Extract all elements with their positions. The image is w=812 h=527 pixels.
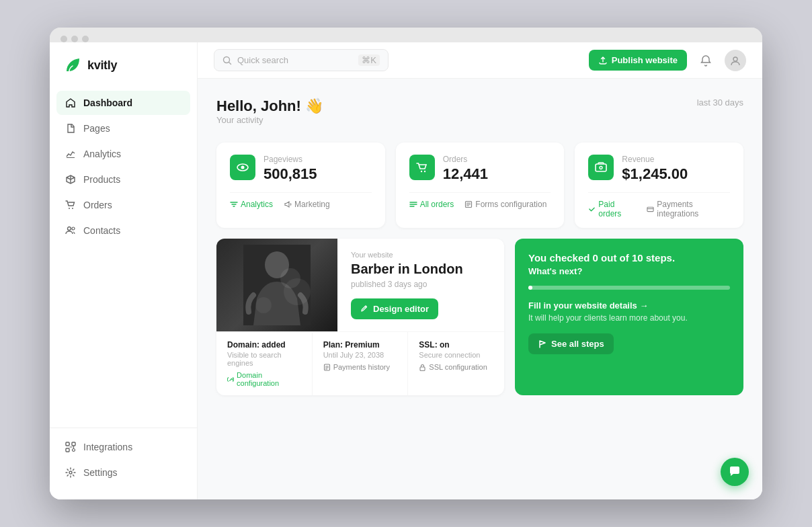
pencil-icon <box>360 305 369 313</box>
period-label: last 30 days <box>697 97 743 108</box>
svg-rect-17 <box>596 164 606 171</box>
lower-row: Your website Barber in London published … <box>216 239 743 395</box>
website-published: published 3 days ago <box>351 280 463 289</box>
filter-icon <box>230 200 238 208</box>
sidebar-item-products[interactable]: Products <box>56 167 190 192</box>
sidebar-item-integrations[interactable]: Integrations <box>56 435 190 459</box>
sidebar-item-pages-label: Pages <box>83 123 110 134</box>
website-image <box>216 239 337 331</box>
svg-point-13 <box>241 166 245 169</box>
sidebar-item-analytics-label: Analytics <box>83 149 121 159</box>
topbar-right: Publish website <box>589 50 746 71</box>
forms-link[interactable]: Forms configuration <box>464 200 546 209</box>
website-subtitle: Your website <box>351 251 463 259</box>
marketing-link[interactable]: Marketing <box>284 200 330 209</box>
logo-icon <box>63 56 82 75</box>
publish-label: Publish website <box>612 55 678 65</box>
publish-button[interactable]: Publish website <box>589 50 687 71</box>
home-icon <box>65 97 77 109</box>
link-icon <box>227 376 234 383</box>
website-card: Your website Barber in London published … <box>216 239 504 395</box>
sidebar-item-pages[interactable]: Pages <box>56 116 190 140</box>
svg-point-14 <box>420 171 421 172</box>
website-image-placeholder <box>216 239 337 331</box>
svg-rect-26 <box>420 367 425 371</box>
payments-history-link[interactable]: Payments history <box>323 363 397 371</box>
svg-point-2 <box>72 208 73 209</box>
orders-icon-box <box>409 155 435 180</box>
sidebar-item-orders[interactable]: Orders <box>56 193 190 217</box>
receipt-icon <box>323 364 331 371</box>
eye-icon <box>236 161 249 174</box>
sidebar-item-analytics[interactable]: Analytics <box>56 142 190 166</box>
money-icon <box>594 161 608 174</box>
barber-image-svg <box>243 245 311 325</box>
domain-config-link[interactable]: Domain configuration <box>227 371 301 387</box>
cart-stat-icon <box>415 161 429 174</box>
logo: kvitly <box>50 42 197 91</box>
progress-bar-bg <box>528 286 730 290</box>
domain-subtitle: Visible to search engines <box>227 351 301 367</box>
main-area: Quick search ⌘K Publish website <box>198 42 762 499</box>
box-icon <box>65 173 77 186</box>
design-editor-label: Design editor <box>373 304 429 314</box>
plan-title: Plan: Premium <box>323 340 397 350</box>
paid-orders-link[interactable]: Paid orders <box>588 200 636 218</box>
svg-point-18 <box>600 167 602 169</box>
main-nav: Dashboard Pages <box>50 91 197 428</box>
orders-label: Orders <box>443 155 488 164</box>
svg-point-23 <box>284 278 311 305</box>
sidebar-item-integrations-label: Integrations <box>83 442 132 452</box>
topbar: Quick search ⌘K Publish website <box>198 42 762 79</box>
stat-card-revenue: Revenue $1,245.00 Paid orders <box>575 143 743 228</box>
orders-links: All orders Forms configuration <box>409 192 551 209</box>
publish-icon <box>598 56 608 65</box>
revenue-value: $1,245.00 <box>622 165 688 183</box>
svg-rect-6 <box>72 442 75 446</box>
checklist-cta-title[interactable]: Fill in your website details → <box>528 300 730 311</box>
search-bar[interactable]: Quick search ⌘K <box>214 49 389 71</box>
flag-icon <box>538 339 547 349</box>
bell-icon <box>700 54 712 67</box>
website-card-main: Your website Barber in London published … <box>216 239 504 331</box>
check-icon <box>588 205 596 213</box>
sidebar-item-dashboard[interactable]: Dashboard <box>56 91 190 115</box>
card-icon <box>647 205 654 213</box>
browser-dot-red <box>60 36 67 42</box>
sidebar-item-contacts[interactable]: Contacts <box>56 218 190 243</box>
svg-rect-0 <box>67 157 75 158</box>
design-editor-button[interactable]: Design editor <box>351 298 438 319</box>
pageviews-icon-box <box>230 155 255 180</box>
svg-point-9 <box>69 471 72 474</box>
user-avatar[interactable] <box>725 50 746 71</box>
content-area: Hello, John! 👋 Your activity last 30 day… <box>198 79 762 499</box>
revenue-icon-box <box>588 155 614 180</box>
search-placeholder: Quick search <box>237 55 288 65</box>
user-icon <box>729 54 741 67</box>
sidebar-item-orders-label: Orders <box>83 200 112 210</box>
revenue-label: Revenue <box>622 155 688 164</box>
see-all-steps-button[interactable]: See all steps <box>528 333 614 354</box>
analytics-link[interactable]: Analytics <box>230 200 273 209</box>
progress-bar-fill <box>528 286 532 290</box>
ssl-cell: SSL: on Secure connection SSL configurat… <box>408 332 504 395</box>
all-orders-link[interactable]: All orders <box>409 200 454 209</box>
chat-icon <box>728 465 741 479</box>
plan-cell: Plan: Premium Until July 23, 2038 Paymen… <box>313 332 409 395</box>
sidebar-item-settings[interactable]: Settings <box>56 460 190 485</box>
greeting-row: Hello, John! 👋 Your activity last 30 day… <box>216 97 743 129</box>
checklist-cta-subtitle: It will help your clients learn more abo… <box>528 313 730 323</box>
notifications-button[interactable] <box>695 50 717 71</box>
chat-fab[interactable] <box>721 458 749 486</box>
ssl-config-link[interactable]: SSL configuration <box>419 363 493 371</box>
payments-integrations-link[interactable]: Payments integrations <box>647 200 730 218</box>
sidebar-item-contacts-label: Contacts <box>83 225 120 236</box>
website-name: Barber in London <box>351 261 463 277</box>
chart-icon <box>65 148 77 160</box>
settings-icon <box>65 467 77 479</box>
logo-text: kvitly <box>87 58 117 73</box>
domain-cell: Domain: added Visible to search engines … <box>216 332 313 395</box>
pageviews-label: Pageviews <box>263 155 317 164</box>
pageviews-value: 500,815 <box>263 165 317 183</box>
svg-point-15 <box>423 171 425 172</box>
